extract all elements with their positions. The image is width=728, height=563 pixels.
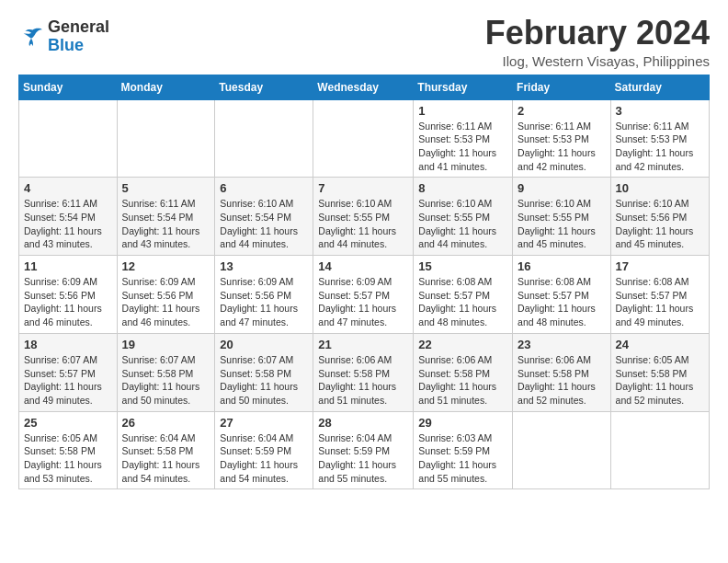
day-number: 29: [418, 416, 507, 430]
day-info: Sunrise: 6:08 AMSunset: 5:57 PMDaylight:…: [518, 275, 606, 329]
logo-bird-icon: [18, 27, 44, 47]
table-row: 8Sunrise: 6:10 AMSunset: 5:55 PMDaylight…: [414, 178, 513, 256]
day-number: 25: [24, 416, 112, 430]
table-row: [610, 411, 709, 489]
col-monday: Monday: [117, 75, 215, 99]
day-number: 18: [24, 338, 112, 351]
table-row: 7Sunrise: 6:10 AMSunset: 5:55 PMDaylight…: [313, 178, 414, 256]
day-number: 7: [318, 181, 408, 195]
table-row: 2Sunrise: 6:11 AMSunset: 5:53 PMDaylight…: [513, 99, 611, 178]
day-number: 13: [220, 259, 308, 273]
calendar-week-row: 18Sunrise: 6:07 AMSunset: 5:57 PMDayligh…: [19, 333, 710, 411]
day-info: Sunrise: 6:09 AMSunset: 5:56 PMDaylight:…: [220, 275, 308, 329]
day-number: 4: [24, 181, 112, 195]
day-number: 22: [418, 338, 507, 351]
table-row: 1Sunrise: 6:11 AMSunset: 5:53 PMDaylight…: [414, 99, 513, 178]
day-info: Sunrise: 6:04 AMSunset: 5:58 PMDaylight:…: [122, 431, 210, 486]
table-row: 11Sunrise: 6:09 AMSunset: 5:56 PMDayligh…: [19, 256, 118, 334]
day-info: Sunrise: 6:04 AMSunset: 5:59 PMDaylight:…: [220, 431, 308, 486]
day-info: Sunrise: 6:07 AMSunset: 5:58 PMDaylight:…: [122, 353, 210, 408]
day-number: 24: [616, 338, 704, 351]
table-row: 23Sunrise: 6:06 AMSunset: 5:58 PMDayligh…: [513, 333, 611, 411]
day-info: Sunrise: 6:06 AMSunset: 5:58 PMDaylight:…: [518, 353, 606, 408]
day-info: Sunrise: 6:10 AMSunset: 5:56 PMDaylight:…: [616, 197, 704, 251]
col-thursday: Thursday: [414, 75, 513, 99]
table-row: 24Sunrise: 6:05 AMSunset: 5:58 PMDayligh…: [610, 333, 709, 411]
col-tuesday: Tuesday: [215, 75, 313, 99]
day-info: Sunrise: 6:09 AMSunset: 5:56 PMDaylight:…: [122, 275, 210, 329]
calendar-week-row: 1Sunrise: 6:11 AMSunset: 5:53 PMDaylight…: [19, 99, 710, 178]
title-area: February 2024 Ilog, Western Visayas, Phi…: [485, 15, 710, 69]
col-wednesday: Wednesday: [313, 75, 414, 99]
day-info: Sunrise: 6:10 AMSunset: 5:55 PMDaylight:…: [418, 197, 507, 251]
logo-text: GeneralBlue: [48, 18, 109, 55]
day-number: 11: [24, 259, 112, 273]
logo: GeneralBlue: [18, 18, 109, 55]
day-number: 17: [616, 259, 704, 273]
table-row: 19Sunrise: 6:07 AMSunset: 5:58 PMDayligh…: [117, 333, 215, 411]
day-info: Sunrise: 6:05 AMSunset: 5:58 PMDaylight:…: [24, 431, 112, 486]
day-number: 5: [122, 181, 210, 195]
day-number: 15: [418, 259, 507, 273]
location-title: Ilog, Western Visayas, Philippines: [485, 53, 710, 69]
day-number: 28: [318, 416, 408, 430]
table-row: 28Sunrise: 6:04 AMSunset: 5:59 PMDayligh…: [313, 411, 414, 489]
day-info: Sunrise: 6:04 AMSunset: 5:59 PMDaylight:…: [318, 431, 408, 486]
day-number: 20: [220, 338, 308, 351]
day-number: 3: [616, 104, 704, 118]
calendar-week-row: 25Sunrise: 6:05 AMSunset: 5:58 PMDayligh…: [19, 411, 710, 489]
table-row: 4Sunrise: 6:11 AMSunset: 5:54 PMDaylight…: [19, 178, 118, 256]
table-row: [513, 411, 611, 489]
calendar-table: Sunday Monday Tuesday Wednesday Thursday…: [18, 75, 710, 490]
table-row: [215, 99, 313, 178]
day-info: Sunrise: 6:07 AMSunset: 5:58 PMDaylight:…: [220, 353, 308, 408]
table-row: 26Sunrise: 6:04 AMSunset: 5:58 PMDayligh…: [117, 411, 215, 489]
table-row: 25Sunrise: 6:05 AMSunset: 5:58 PMDayligh…: [19, 411, 118, 489]
table-row: 18Sunrise: 6:07 AMSunset: 5:57 PMDayligh…: [19, 333, 118, 411]
col-saturday: Saturday: [610, 75, 709, 99]
table-row: [313, 99, 414, 178]
day-info: Sunrise: 6:11 AMSunset: 5:53 PMDaylight:…: [418, 120, 507, 174]
day-info: Sunrise: 6:11 AMSunset: 5:53 PMDaylight:…: [518, 120, 606, 174]
day-info: Sunrise: 6:08 AMSunset: 5:57 PMDaylight:…: [418, 275, 507, 329]
day-number: 19: [122, 338, 210, 351]
calendar-header-row: Sunday Monday Tuesday Wednesday Thursday…: [19, 75, 710, 99]
table-row: 13Sunrise: 6:09 AMSunset: 5:56 PMDayligh…: [215, 256, 313, 334]
day-number: 27: [220, 416, 308, 430]
table-row: 9Sunrise: 6:10 AMSunset: 5:55 PMDaylight…: [513, 178, 611, 256]
day-info: Sunrise: 6:11 AMSunset: 5:54 PMDaylight:…: [24, 197, 112, 251]
table-row: 20Sunrise: 6:07 AMSunset: 5:58 PMDayligh…: [215, 333, 313, 411]
day-number: 21: [318, 338, 408, 351]
day-info: Sunrise: 6:10 AMSunset: 5:55 PMDaylight:…: [518, 197, 606, 251]
table-row: 16Sunrise: 6:08 AMSunset: 5:57 PMDayligh…: [513, 256, 611, 334]
day-number: 6: [220, 181, 308, 195]
day-number: 26: [122, 416, 210, 430]
day-info: Sunrise: 6:06 AMSunset: 5:58 PMDaylight:…: [418, 353, 507, 408]
day-info: Sunrise: 6:10 AMSunset: 5:55 PMDaylight:…: [318, 197, 408, 251]
table-row: 15Sunrise: 6:08 AMSunset: 5:57 PMDayligh…: [414, 256, 513, 334]
day-number: 8: [418, 181, 507, 195]
day-number: 12: [122, 259, 210, 273]
day-number: 16: [518, 259, 606, 273]
day-info: Sunrise: 6:07 AMSunset: 5:57 PMDaylight:…: [24, 353, 112, 408]
day-info: Sunrise: 6:05 AMSunset: 5:58 PMDaylight:…: [616, 353, 704, 408]
table-row: 27Sunrise: 6:04 AMSunset: 5:59 PMDayligh…: [215, 411, 313, 489]
day-info: Sunrise: 6:03 AMSunset: 5:59 PMDaylight:…: [418, 431, 507, 486]
day-number: 2: [518, 104, 606, 118]
table-row: 10Sunrise: 6:10 AMSunset: 5:56 PMDayligh…: [610, 178, 709, 256]
table-row: 22Sunrise: 6:06 AMSunset: 5:58 PMDayligh…: [414, 333, 513, 411]
day-number: 10: [616, 181, 704, 195]
table-row: 3Sunrise: 6:11 AMSunset: 5:53 PMDaylight…: [610, 99, 709, 178]
table-row: 21Sunrise: 6:06 AMSunset: 5:58 PMDayligh…: [313, 333, 414, 411]
day-info: Sunrise: 6:10 AMSunset: 5:54 PMDaylight:…: [220, 197, 308, 251]
table-row: 6Sunrise: 6:10 AMSunset: 5:54 PMDaylight…: [215, 178, 313, 256]
day-number: 14: [318, 259, 408, 273]
table-row: 14Sunrise: 6:09 AMSunset: 5:57 PMDayligh…: [313, 256, 414, 334]
day-info: Sunrise: 6:11 AMSunset: 5:53 PMDaylight:…: [616, 120, 704, 174]
header: GeneralBlue February 2024 Ilog, Western …: [18, 15, 710, 69]
day-number: 23: [518, 338, 606, 351]
day-number: 1: [418, 104, 507, 118]
calendar-week-row: 4Sunrise: 6:11 AMSunset: 5:54 PMDaylight…: [19, 178, 710, 256]
table-row: 12Sunrise: 6:09 AMSunset: 5:56 PMDayligh…: [117, 256, 215, 334]
col-friday: Friday: [513, 75, 611, 99]
